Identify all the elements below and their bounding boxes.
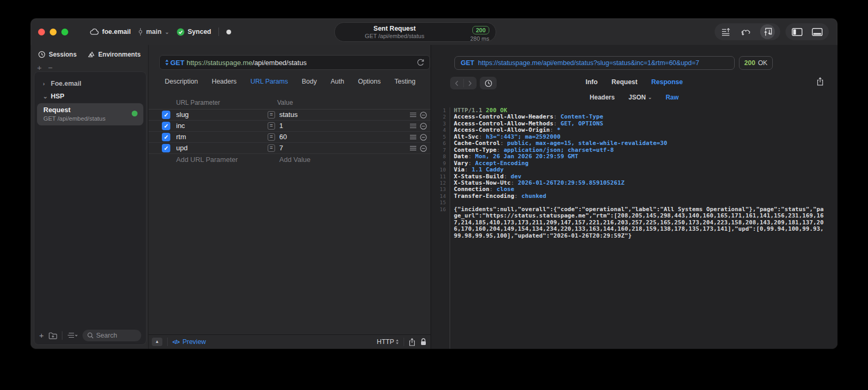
- remove-param-icon[interactable]: [420, 112, 427, 119]
- code-token: {"incidents":null,"overall":{"code":"ope…: [454, 206, 824, 239]
- param-value[interactable]: 1: [279, 122, 283, 130]
- code-token: dev: [511, 173, 522, 180]
- params-rows: ✓slug=status✓inc=1✓rtm=60✓upd=7Add URL P…: [149, 110, 431, 165]
- param-name[interactable]: inc: [176, 122, 185, 130]
- response-url: https://statuspage.me/api/embed/status?s…: [478, 59, 699, 67]
- tab-response[interactable]: Response: [651, 78, 683, 86]
- response-status-text: OK: [758, 59, 768, 67]
- subtab-json[interactable]: JSON⌄: [628, 94, 652, 101]
- param-value[interactable]: 60: [279, 133, 287, 141]
- equals-icon: =: [268, 111, 275, 119]
- code-token: HTTP/1.1: [454, 107, 486, 114]
- drag-handle-icon[interactable]: [410, 134, 416, 140]
- code-token: :: [489, 186, 496, 193]
- response-url-box[interactable]: GET https://statuspage.me/api/embed/stat…: [454, 56, 735, 70]
- titlebar: foe.email main ⌄: [31, 19, 837, 45]
- tab-auth[interactable]: Auth: [331, 78, 344, 85]
- add-value-placeholder[interactable]: Add Value: [279, 156, 310, 164]
- tab-environments[interactable]: Environments: [87, 51, 141, 58]
- sidebar-item-request[interactable]: Request GET /api/embed/status: [37, 103, 143, 125]
- expand-panel-button[interactable]: ▲: [152, 338, 162, 346]
- code-icon: </>: [172, 339, 179, 345]
- tree-group-hsp[interactable]: ⌄ HSP: [34, 90, 146, 103]
- params-table-header: URL Parameter Value: [149, 99, 431, 110]
- new-folder-icon[interactable]: [49, 332, 57, 339]
- tab-info[interactable]: Info: [586, 78, 598, 86]
- tab-body[interactable]: Body: [301, 78, 317, 85]
- remove-param-icon[interactable]: [420, 145, 427, 152]
- response-method: GET: [461, 59, 474, 67]
- export-response-icon[interactable]: [817, 77, 824, 86]
- branch-selector[interactable]: main ⌄: [138, 28, 169, 35]
- drag-handle-icon[interactable]: [410, 112, 416, 117]
- tab-options[interactable]: Options: [358, 78, 381, 85]
- param-enabled-checkbox[interactable]: ✓: [162, 144, 170, 152]
- code-line: 16{"incidents":null,"overall":{"code":"o…: [435, 206, 835, 239]
- environments-icon: [87, 51, 95, 58]
- share-request-icon[interactable]: [409, 338, 415, 346]
- sync-requests-icon[interactable]: [740, 25, 753, 38]
- tab-description[interactable]: Description: [165, 78, 198, 85]
- remove-param-icon[interactable]: [420, 123, 427, 130]
- add-param-placeholder[interactable]: Add URL Parameter: [176, 156, 238, 164]
- code-token: Transfer-Encoding: [454, 193, 514, 199]
- toggle-left-panel-icon[interactable]: [791, 25, 803, 38]
- tab-headers[interactable]: Headers: [212, 78, 236, 85]
- param-enabled-checkbox[interactable]: ✓: [162, 133, 170, 141]
- param-name[interactable]: upd: [176, 144, 188, 152]
- tab-testing[interactable]: Testing: [395, 78, 416, 85]
- remove-param-icon[interactable]: [420, 134, 427, 141]
- subtab-headers[interactable]: Headers: [590, 94, 615, 101]
- response-code[interactable]: 1HTTP/1.1 200 OK2Access-Control-Allow-He…: [435, 107, 835, 349]
- request-url-bar[interactable]: GET https://statuspage.me /api/embed/sta…: [159, 55, 430, 70]
- param-value[interactable]: status: [279, 111, 298, 119]
- search-input[interactable]: Search: [83, 330, 141, 341]
- code-token: :: [514, 193, 521, 199]
- unsaved-indicator-dot: [226, 30, 231, 34]
- protocol-selector[interactable]: HTTP: [377, 338, 399, 346]
- request-url-path: /api/embed/status: [252, 59, 307, 67]
- code-token: :: [553, 113, 560, 120]
- param-name[interactable]: slug: [176, 111, 189, 119]
- preview-button[interactable]: </> Preview: [172, 338, 206, 346]
- footer-divider: [62, 331, 62, 340]
- desktop-background: foe.email main ⌄: [0, 0, 868, 390]
- resend-request-icon[interactable]: [417, 59, 424, 67]
- line-number: 5: [435, 134, 450, 140]
- lock-icon[interactable]: [421, 338, 426, 346]
- add-request-button[interactable]: +: [39, 332, 44, 339]
- param-enabled-checkbox[interactable]: ✓: [162, 111, 170, 119]
- subtab-raw[interactable]: Raw: [665, 94, 679, 101]
- param-value[interactable]: 7: [279, 144, 283, 152]
- minimize-window-button[interactable]: [50, 29, 57, 35]
- param-row: ✓inc=1: [149, 121, 431, 132]
- tab-url-params[interactable]: URL Params: [250, 78, 288, 85]
- drag-handle-icon[interactable]: [410, 146, 416, 151]
- line-number: 7: [435, 147, 450, 153]
- param-enabled-checkbox[interactable]: ✓: [162, 122, 170, 130]
- tab-request[interactable]: Request: [611, 78, 637, 86]
- code-token: Vary: [454, 160, 468, 167]
- remove-session-button[interactable]: −: [48, 64, 53, 71]
- column-value: Value: [277, 99, 293, 106]
- sent-request-pill[interactable]: Sent Request GET /api/embed/status 200 2…: [334, 22, 496, 42]
- drag-handle-icon[interactable]: [410, 123, 416, 129]
- line-number: 16: [435, 206, 450, 239]
- param-name[interactable]: rtm: [176, 133, 186, 141]
- zoom-window-button[interactable]: [61, 29, 68, 35]
- send-receive-icon[interactable]: [760, 24, 775, 39]
- tree-group-foe-email[interactable]: › Foe.email: [34, 77, 146, 90]
- add-param-row[interactable]: Add URL ParameterAdd Value: [149, 154, 431, 165]
- add-session-button[interactable]: +: [37, 64, 42, 71]
- tab-sessions[interactable]: Sessions: [38, 51, 77, 58]
- footer-divider: [404, 338, 404, 346]
- import-export-icon[interactable]: [720, 25, 733, 38]
- code-token: :: [500, 140, 507, 147]
- sync-status[interactable]: Synced: [177, 28, 211, 36]
- project-menu[interactable]: foe.email: [90, 28, 131, 35]
- close-window-button[interactable]: [38, 29, 45, 35]
- subtab-label: Headers: [590, 94, 615, 101]
- sort-list-icon[interactable]: [67, 332, 78, 339]
- toggle-bottom-panel-icon[interactable]: [811, 25, 824, 38]
- request-status-dot: [132, 111, 138, 116]
